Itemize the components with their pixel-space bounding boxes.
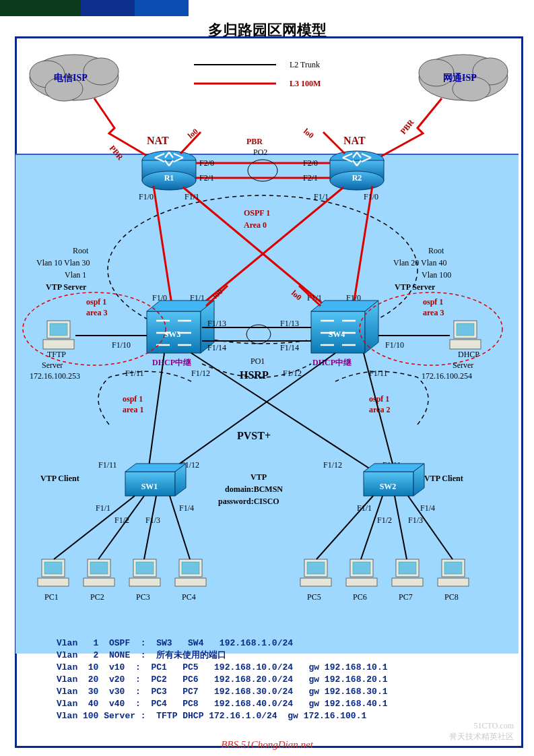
router-r1: R1 (142, 151, 196, 190)
pc2 (84, 559, 114, 586)
svg-line-153 (144, 496, 156, 559)
pc4 (175, 559, 206, 586)
svg-text:R1: R1 (164, 173, 174, 183)
legend-l3-100m: L3 100M (290, 79, 321, 88)
svg-text:lo0: lo0 (290, 288, 304, 303)
svg-rect-146 (399, 562, 416, 574)
svg-text:F1/1: F1/1 (96, 503, 110, 513)
svg-rect-147 (392, 578, 423, 586)
svg-text:F1/12: F1/12 (323, 460, 342, 470)
area0-label: Area 0 (244, 220, 267, 230)
svg-text:ospf 1: ospf 1 (123, 394, 143, 404)
link-telecom-r1 (94, 98, 155, 160)
svg-rect-141 (300, 578, 331, 586)
svg-line-103 (148, 353, 164, 472)
svg-text:PC1: PC1 (44, 592, 59, 602)
svg-text:F1/4: F1/4 (420, 503, 435, 513)
svg-rect-83 (43, 340, 74, 349)
legend-l2-trunk: L2 Trunk (290, 60, 320, 69)
nat-r2: NAT (343, 135, 366, 146)
svg-text:F1/2: F1/2 (377, 515, 392, 525)
svg-text:Root: Root (428, 246, 444, 255)
svg-text:F1/1: F1/1 (357, 503, 372, 513)
svg-text:DHCP中继: DHCP中继 (152, 358, 191, 367)
svg-text:F2/0: F2/0 (303, 158, 318, 168)
svg-text:F1/0: F1/0 (139, 192, 154, 201)
legend: L2 Trunk L3 100M (194, 60, 321, 88)
pc3 (129, 559, 160, 586)
svg-text:F1/0: F1/0 (364, 192, 378, 201)
svg-text:PC5: PC5 (307, 592, 321, 602)
link-r1-sw4 (183, 187, 329, 309)
router-r2: R2 (330, 151, 384, 190)
svg-text:Vlan 1: Vlan 1 (65, 270, 86, 280)
svg-text:电信ISP: 电信ISP (54, 73, 88, 83)
cloud-netcom-isp: 网通ISP (419, 55, 508, 101)
svg-text:domain:BCMSN: domain:BCMSN (225, 484, 283, 494)
svg-text:PC3: PC3 (136, 592, 150, 602)
svg-text:Vlan 10 Vlan 30: Vlan 10 Vlan 30 (36, 258, 90, 267)
bbs-footer: BBS.51ChongDian.net (0, 739, 534, 751)
svg-text:SW2: SW2 (380, 482, 397, 491)
pbr-label-r2: PBR (399, 117, 416, 136)
svg-rect-140 (307, 562, 325, 574)
svg-text:VTP Server: VTP Server (395, 282, 436, 292)
svg-rect-131 (90, 562, 108, 574)
svg-text:ospf 1: ospf 1 (86, 297, 106, 307)
svg-line-21 (323, 132, 345, 154)
svg-text:F1/3: F1/3 (145, 515, 160, 525)
svg-text:F1/11: F1/11 (369, 369, 388, 378)
svg-text:Server: Server (453, 360, 473, 370)
pc7 (392, 559, 423, 586)
svg-text:F1/4: F1/4 (179, 503, 194, 513)
svg-text:area 1: area 1 (123, 405, 143, 414)
svg-text:F2/1: F2/1 (199, 173, 214, 183)
svg-rect-137 (182, 562, 199, 574)
svg-rect-134 (136, 562, 154, 574)
pc5 (300, 559, 331, 586)
vlan-table: Vlan 1 OSPF : SW3 SW4 192.168.1.0/24 Vla… (57, 637, 387, 722)
tftp-server (43, 321, 74, 349)
svg-text:F1/14: F1/14 (207, 343, 226, 352)
svg-text:F1/12: F1/12 (191, 369, 210, 378)
ospf1-label: OSPF 1 (244, 208, 270, 218)
svg-rect-128 (44, 562, 62, 574)
cloud-telecom-isp: 电信ISP (30, 55, 119, 101)
svg-text:SW3: SW3 (164, 329, 181, 339)
svg-text:VTP Client: VTP Client (424, 474, 463, 483)
svg-rect-144 (346, 578, 377, 586)
svg-line-157 (395, 496, 407, 559)
pbr-label-r1: PBR (108, 144, 125, 162)
svg-text:F1/12: F1/12 (283, 369, 302, 378)
svg-text:SW1: SW1 (141, 482, 158, 491)
svg-rect-143 (353, 562, 370, 574)
svg-text:VTP Server: VTP Server (46, 282, 87, 292)
svg-text:Vlan 100: Vlan 100 (422, 270, 451, 280)
svg-text:VTP Client: VTP Client (40, 474, 79, 483)
svg-rect-82 (50, 323, 67, 336)
svg-point-4 (84, 58, 119, 85)
svg-rect-150 (438, 578, 469, 586)
svg-text:ospf 1: ospf 1 (369, 394, 389, 404)
vtp-title: VTP (251, 472, 267, 482)
svg-text:PC8: PC8 (444, 592, 459, 602)
svg-text:172.16.100.253: 172.16.100.253 (30, 371, 80, 381)
hsrp-label: HSRP (240, 369, 269, 381)
svg-rect-86 (450, 340, 481, 349)
svg-text:area 3: area 3 (423, 308, 444, 317)
svg-text:password:CISCO: password:CISCO (218, 497, 279, 506)
svg-text:PC4: PC4 (182, 592, 196, 602)
svg-text:F1/1: F1/1 (314, 192, 329, 201)
svg-text:F2/1: F2/1 (303, 173, 318, 183)
svg-text:area 3: area 3 (86, 308, 107, 317)
svg-text:F1/10: F1/10 (385, 340, 404, 350)
svg-rect-135 (129, 578, 160, 586)
svg-rect-85 (457, 323, 474, 336)
svg-text:TFTP: TFTP (47, 350, 66, 359)
svg-text:F2/0: F2/0 (199, 158, 214, 168)
po2-label: PO2 (253, 148, 267, 157)
svg-text:F1/14: F1/14 (280, 343, 299, 352)
svg-text:F1/10: F1/10 (112, 340, 131, 350)
svg-text:F1/11: F1/11 (125, 369, 144, 378)
lo0-r1: lo0 (186, 127, 200, 141)
